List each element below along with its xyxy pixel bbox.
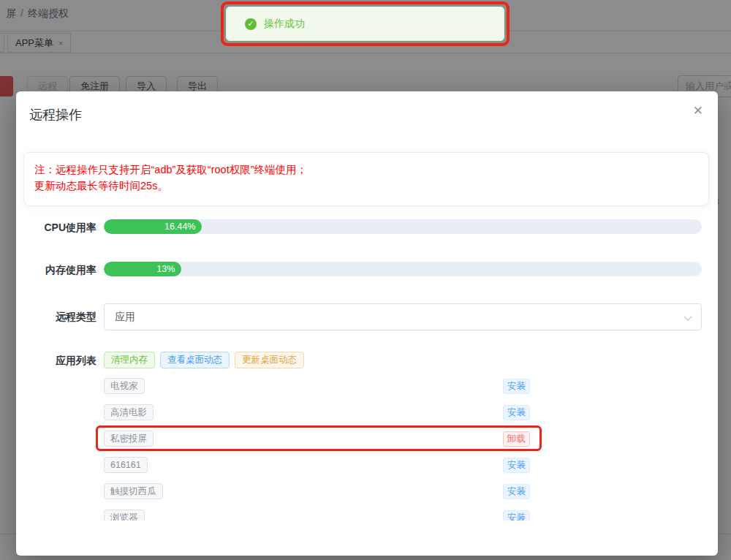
remote-type-select[interactable]: 应用 [104,303,702,330]
app-name-tag: 私密投屏 [104,431,154,447]
memory-progress-fill: 13% [104,262,181,276]
cpu-progress-fill: 16.44% [104,219,202,234]
app-action-tag[interactable]: 清理内存 [104,352,155,368]
install-button[interactable]: 安装 [503,510,530,521]
toast-highlight-annotation: ✓ 操作成功 [221,1,510,46]
app-list-label: 应用列表 [16,355,96,368]
app-list-actions: 清理内存查看桌面动态更新桌面动态 [104,352,304,368]
app-row: 触摸切西瓜安装 [16,483,718,499]
app-list-container: 电视家安装高清电影安装私密投屏卸载616161安装触摸切西瓜安装浏览器安装 [16,375,718,521]
cpu-progress-value: 16.44% [164,222,195,232]
install-button[interactable]: 安装 [503,379,530,394]
dialog-close-icon[interactable]: ✕ [693,105,703,117]
app-row: 616161安装 [16,457,718,473]
remote-type-value: 应用 [115,311,135,324]
memory-progress-value: 13% [156,264,175,274]
remote-operation-dialog: 远程操作 ✕ 注：远程操作只支持开启“adb”及获取“root权限”终端使用； … [16,91,718,556]
cpu-usage-label: CPU使用率 [16,222,96,235]
dialog-title: 远程操作 [29,106,82,124]
app-name-tag: 616161 [104,457,148,473]
app-action-tag[interactable]: 查看桌面动态 [160,352,230,368]
app-action-tag[interactable]: 更新桌面动态 [235,352,304,368]
chevron-down-icon [683,312,692,320]
app-row: 私密投屏卸载 [16,431,718,447]
uninstall-button[interactable]: 卸载 [503,431,530,447]
success-toast: ✓ 操作成功 [226,7,504,41]
cpu-progress-bar: 16.44% [104,219,702,234]
app-row: 高清电影安装 [16,404,718,420]
success-toast-text: 操作成功 [264,18,305,31]
app-row: 电视家安装 [16,378,718,394]
success-check-icon: ✓ [245,18,257,30]
install-button[interactable]: 安装 [503,405,530,420]
remote-type-label: 远程类型 [16,311,96,324]
warning-note-line2: 更新动态最长等待时间25s。 [34,178,698,194]
memory-usage-label: 内存使用率 [16,264,96,277]
app-row: 浏览器安装 [16,510,718,521]
warning-note-box: 注：远程操作只支持开启“adb”及获取“root权限”终端使用； 更新动态最长等… [23,152,709,206]
install-button[interactable]: 安装 [503,458,530,473]
app-name-tag: 高清电影 [104,404,154,420]
app-name-tag: 电视家 [104,378,145,394]
warning-note-line1: 注：远程操作只支持开启“adb”及获取“root权限”终端使用； [34,162,698,178]
memory-progress-bar: 13% [104,262,702,276]
screen: 屏/终端授权 APP菜单 × 远程 免注册 导入 导出 输入用户或 3 远程操作… [0,0,731,560]
app-name-tag: 触摸切西瓜 [104,483,163,499]
install-button[interactable]: 安装 [503,484,530,499]
app-name-tag: 浏览器 [104,510,145,521]
